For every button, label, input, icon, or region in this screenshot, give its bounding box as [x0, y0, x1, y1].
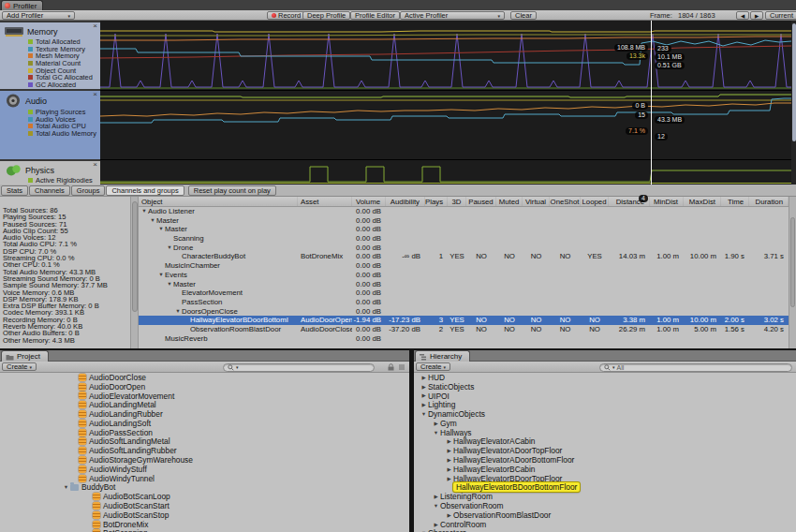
menu-icon[interactable]: [398, 363, 405, 371]
frame-playhead-line[interactable]: [651, 21, 652, 185]
physics-chart[interactable]: [100, 159, 791, 185]
project-item[interactable]: AudioDoorOpen: [0, 382, 409, 392]
close-icon[interactable]: ×: [93, 91, 97, 98]
disclosure-arrow-icon[interactable]: ▶: [445, 457, 453, 463]
tab-stats[interactable]: Stats: [1, 185, 28, 196]
column-header-looped[interactable]: Looped: [581, 197, 609, 206]
column-header-maxdist[interactable]: MaxDist: [684, 197, 721, 206]
audio-chart[interactable]: [100, 90, 791, 159]
legend-item[interactable]: Total Audio Memory: [0, 130, 100, 138]
project-item[interactable]: AudioSoftLandingMetal: [0, 437, 409, 447]
hierarchy-item[interactable]: ▶Lighting: [414, 400, 796, 409]
row-disclosure-arrow[interactable]: ▼: [140, 207, 148, 216]
hierarchy-item[interactable]: ▶ControlRoom: [414, 520, 796, 529]
project-create-button[interactable]: Create▾: [2, 362, 37, 371]
table-row[interactable]: ElevatorMovement0.00 dB: [139, 288, 789, 298]
table-row[interactable]: MusicInChamber0.00 dB: [139, 261, 789, 271]
disclosure-arrow-icon[interactable]: ▶: [420, 392, 428, 398]
disclosure-arrow-icon[interactable]: ▶: [420, 375, 428, 380]
tab-channels-and-groups[interactable]: Channels and groups: [106, 185, 184, 196]
disclosure-arrow-icon[interactable]: ▶: [445, 476, 453, 481]
hierarchy-item[interactable]: ▼DynamicObjects: [414, 409, 796, 419]
hierarchy-item[interactable]: HallwayElevatorBDoorBottomFloor: [414, 483, 796, 493]
column-header-object[interactable]: Object: [139, 197, 298, 206]
hierarchy-item[interactable]: ▶UIPOI: [414, 392, 796, 401]
hierarchy-create-button[interactable]: Create▾: [416, 362, 450, 371]
project-item[interactable]: AudioWindyStuff: [0, 465, 409, 474]
hierarchy-item[interactable]: ▶HallwayElevatorADoorBottomFloor: [414, 455, 796, 465]
row-disclosure-arrow[interactable]: ▼: [166, 280, 173, 289]
memory-module-card[interactable]: × Memory Total AllocatedTexture MemoryMe…: [0, 22, 100, 89]
row-disclosure-arrow[interactable]: ▼: [174, 307, 182, 317]
deep-profile-button[interactable]: Deep Profile: [302, 11, 350, 20]
disclosure-arrow-icon[interactable]: ▶: [445, 438, 453, 444]
table-row[interactable]: Scanning0.00 dB: [139, 234, 789, 244]
project-item[interactable]: BotScanning: [0, 529, 409, 532]
table-row[interactable]: ▼Audio Listener0.00 dB: [139, 207, 789, 216]
row-disclosure-arrow[interactable]: ▼: [149, 216, 156, 226]
hierarchy-item[interactable]: ▶HallwayElevatorACabin: [414, 437, 796, 447]
disclosure-arrow-icon[interactable]: ▼: [432, 430, 440, 436]
column-header-muted[interactable]: Muted: [496, 197, 523, 206]
project-item[interactable]: AudioLandingMetal: [0, 400, 409, 409]
charts-scrollbar-thumb[interactable]: [792, 23, 796, 141]
tab-groups[interactable]: Groups: [71, 185, 106, 196]
physics-module-card[interactable]: × Physics Active Rigidbodies: [0, 161, 100, 185]
disclosure-arrow-icon[interactable]: ▼: [420, 411, 428, 417]
column-header-audibility[interactable]: Audibility: [386, 197, 425, 206]
hierarchy-tab[interactable]: Hierarchy: [415, 350, 470, 362]
disclosure-arrow-icon[interactable]: ▶: [445, 466, 453, 472]
column-header-plays[interactable]: Plays: [425, 197, 448, 206]
column-header-time[interactable]: Time: [721, 197, 749, 206]
project-item[interactable]: BotDroneMix: [0, 520, 409, 529]
hierarchy-item[interactable]: ▼ObservationRoom: [414, 501, 796, 510]
column-header-duration[interactable]: Duration: [749, 197, 789, 206]
lock-icon[interactable]: [388, 363, 394, 371]
project-item[interactable]: AudioDoorClose: [0, 373, 409, 382]
hierarchy-item[interactable]: ▶ListeningRoom: [414, 492, 796, 501]
disclosure-arrow-icon[interactable]: ▶: [420, 384, 428, 390]
project-item[interactable]: AudioLandingRubber: [0, 409, 409, 419]
disclosure-arrow-icon[interactable]: ▶: [445, 512, 453, 518]
project-item[interactable]: AudioLandingSoft: [0, 419, 409, 428]
current-frame-button[interactable]: Current: [765, 11, 796, 20]
project-item[interactable]: AudioBotScanStart: [0, 501, 409, 510]
legend-item[interactable]: Active Rigidbodies: [0, 177, 100, 185]
hierarchy-item[interactable]: ▶HallwayElevatorBCabin: [414, 465, 796, 474]
column-header-oneshot[interactable]: OneShot: [550, 197, 581, 206]
table-row[interactable]: ObservationRoomBlastDoorAudioDoorClose0.…: [139, 325, 789, 334]
table-row[interactable]: HallwayElevatorBDoorBottomIAudioDoorOpen…: [139, 316, 789, 325]
hierarchy-item[interactable]: ▶HUD: [414, 373, 796, 382]
memory-chart[interactable]: [100, 21, 791, 90]
row-disclosure-arrow[interactable]: ▼: [166, 244, 173, 253]
disclosure-arrow-icon[interactable]: ▶: [432, 522, 440, 527]
hierarchy-search-input[interactable]: ▾ All: [599, 363, 792, 372]
record-button[interactable]: Record: [267, 11, 305, 20]
hierarchy-item[interactable]: ▶StaticObjects: [414, 382, 796, 392]
add-profiler-dropdown[interactable]: Add Profiler▾: [2, 11, 75, 20]
active-profiler-dropdown[interactable]: Active Profiler▾: [400, 11, 505, 20]
disclosure-arrow-icon[interactable]: ▶: [445, 448, 453, 453]
hierarchy-item[interactable]: ▶HallwayElevatorADoorTopFloor: [414, 446, 796, 455]
table-row[interactable]: PassSection0.00 dB: [139, 298, 789, 307]
project-item[interactable]: AudioPassSection: [0, 428, 409, 437]
table-row[interactable]: CharacterBuddyBotBotDroneMix0.00 dB-∞ dB…: [139, 252, 789, 261]
disclosure-arrow-icon[interactable]: ▼: [62, 484, 70, 490]
table-row[interactable]: MusicReverb0.00 dB: [139, 334, 789, 344]
project-item[interactable]: AudioElevatorMovement: [0, 392, 409, 401]
clear-button[interactable]: Clear: [510, 11, 537, 20]
hierarchy-item[interactable]: ▶Gym: [414, 419, 796, 428]
disclosure-arrow-icon[interactable]: ▶: [432, 421, 440, 426]
column-header-paused[interactable]: Paused: [466, 197, 496, 206]
project-item[interactable]: AudioWindyTunnel: [0, 474, 409, 483]
legend-item[interactable]: GC Allocated: [0, 81, 100, 89]
row-disclosure-arrow[interactable]: ▼: [157, 271, 165, 280]
profile-editor-button[interactable]: Profile Editor: [350, 11, 400, 20]
disclosure-arrow-icon[interactable]: ▶: [420, 402, 428, 407]
hierarchy-item[interactable]: ▶HallwayElevatorBDoorTopFloor: [414, 474, 796, 483]
hierarchy-item[interactable]: ▼Hallways: [414, 428, 796, 437]
project-item[interactable]: AudioBotScanLoop: [0, 492, 409, 501]
project-item[interactable]: AudioSoftLandingRubber: [0, 446, 409, 455]
tab-channels[interactable]: Channels: [29, 185, 70, 196]
close-icon[interactable]: ×: [93, 161, 97, 169]
